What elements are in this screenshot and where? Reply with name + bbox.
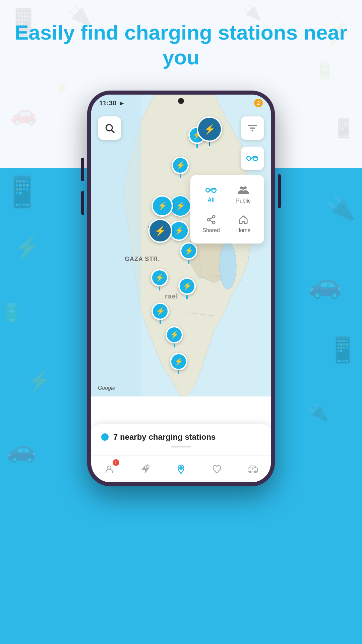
filter-button[interactable] [241,116,264,140]
nav-profile[interactable]: ! [96,459,123,479]
google-attribution: Google [98,385,115,391]
svg-point-21 [180,467,182,469]
filter-shared[interactable]: Shared [196,210,227,238]
charging-pin-3[interactable]: ⚡ [172,157,189,178]
charging-pin-cluster[interactable]: ⚡ ⚡ [148,219,192,243]
page-title: Easily find charging stations near you [0,20,362,70]
phone-mockup: 11:30 ▶ 2 [87,91,275,486]
filter-panel: All Public [190,175,264,244]
charging-pin-7[interactable]: ⚡ [151,269,168,290]
nearby-text: 7 nearby charging stations [113,432,216,442]
filter-all-label: All [208,197,215,203]
svg-rect-5 [91,95,141,396]
filter-all[interactable]: All [196,180,227,209]
svg-point-23 [249,471,251,473]
filter-shared-label: Shared [202,227,220,233]
scroll-indicator [171,446,191,447]
phone-button-vol-down [81,191,84,215]
phone-button-power [278,174,281,208]
notification-badge: 2 [254,99,263,107]
svg-point-6 [220,242,236,289]
search-button[interactable] [98,116,121,140]
filter-home[interactable]: Home [228,210,259,238]
filter-home-label: Home [236,227,251,233]
svg-marker-18 [141,465,149,474]
svg-line-16 [210,220,213,222]
phone-button-vol-up [81,158,84,181]
map-label-israel: rael [165,292,178,300]
camera-notch [178,98,184,104]
svg-line-15 [210,217,213,219]
charging-pin-selected[interactable]: ⚡ [197,116,222,146]
nav-favorites[interactable] [203,459,230,479]
nav-car[interactable] [239,459,266,479]
status-time: 11:30 [99,99,116,107]
map-label-gaza: GAZA STR. [125,256,160,263]
map-area: WEST BANK GAZA STR. rael ⚡ ⚡ [91,95,271,396]
navigation-icon: ▶ [120,100,124,106]
svg-point-24 [254,471,256,473]
charging-pin-double[interactable]: ⚡ ⚡ [148,195,191,217]
svg-point-11 [242,187,245,190]
filter-public-label: Public [236,198,251,204]
charging-pin-8[interactable]: ⚡ [178,277,196,299]
all-types-button[interactable] [241,147,264,170]
nav-map[interactable] [168,459,194,479]
charging-pin-6[interactable]: ⚡ [180,242,197,264]
nearby-card: 7 nearby charging stations [91,424,271,455]
nearby-dot [101,433,109,441]
charging-pin-10[interactable]: ⚡ [166,326,183,347]
header-section: Easily find charging stations near you [0,20,362,70]
charging-pin-11[interactable]: ⚡ [170,353,187,374]
nav-stations[interactable] [132,459,159,479]
svg-point-19 [146,465,149,468]
status-icons: 2 [254,99,263,107]
svg-line-8 [112,130,114,132]
filter-public[interactable]: Public [228,180,259,209]
svg-point-17 [108,466,111,469]
bottom-navigation: ! [91,455,271,482]
charging-pin-9[interactable]: ⚡ [152,303,169,324]
profile-badge: ! [113,459,119,466]
